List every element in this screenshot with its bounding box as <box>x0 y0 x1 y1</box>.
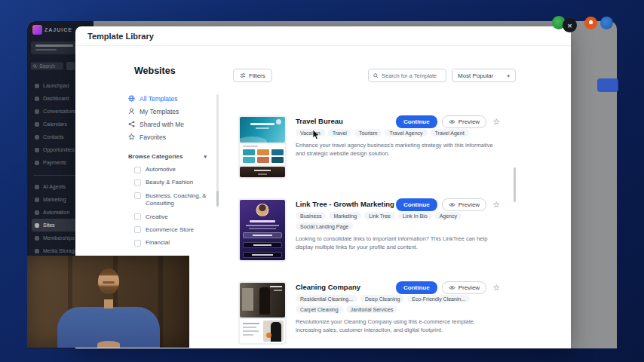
sidebar-item-label: Contacts <box>43 134 64 140</box>
modal-header: Template Library <box>75 26 571 46</box>
template-tags: VacationTravelTourismTravel AgencyTravel… <box>296 129 501 137</box>
template-card: Cleaning Company Residential Cleaning...… <box>238 281 501 345</box>
sidebar-item-icon <box>35 185 39 189</box>
search-icon <box>33 64 38 69</box>
sidebar-item-label: Dashboard <box>43 96 69 101</box>
preview-button[interactable]: Preview <box>442 115 486 128</box>
eye-icon <box>449 285 455 290</box>
browse-categories-label: Browse Categories <box>128 153 182 160</box>
template-nav-label: My Templates <box>140 108 179 115</box>
sidebar-item-icon <box>35 236 39 241</box>
filters-label: Filters <box>249 72 265 79</box>
category-checkbox-business-coaching-consulting[interactable]: Business, Coaching, & Consulting <box>134 192 216 208</box>
template-tag[interactable]: Social Landing Page <box>296 222 353 230</box>
modal-title: Template Library <box>87 32 154 41</box>
checkbox[interactable] <box>134 213 141 220</box>
template-description: Enhance your travel agency business's ma… <box>296 141 501 158</box>
sidebar-item-icon <box>35 198 39 202</box>
sidebar-item-icon <box>35 135 39 140</box>
template-tag[interactable]: Agency <box>435 212 462 219</box>
template-tag[interactable]: Tourism <box>354 129 382 137</box>
brand-logo: ZAJUICE <box>32 25 72 35</box>
browser-extension-icon-orange[interactable] <box>584 17 597 29</box>
category-checkbox-creative[interactable]: Creative <box>134 213 216 221</box>
filters-icon <box>240 72 246 78</box>
template-list-scrollbar[interactable] <box>514 167 516 202</box>
continue-button[interactable]: Continue <box>396 281 437 294</box>
template-nav-label: All Templates <box>140 95 177 103</box>
globe-icon <box>128 95 135 102</box>
template-thumbnail[interactable] <box>238 281 287 345</box>
category-label: Automotive <box>146 166 176 173</box>
template-tag[interactable]: Travel <box>328 129 351 137</box>
brand-name: ZAJUICE <box>44 27 72 32</box>
template-nav-shared-with-me[interactable]: Shared with Me <box>128 118 219 130</box>
favorite-star-icon[interactable]: ☆ <box>491 284 501 292</box>
sidebar-search-input[interactable]: Search <box>31 62 63 69</box>
category-checkbox-ecommerce-store[interactable]: Ecommerce Store <box>134 226 216 234</box>
continue-button[interactable]: Continue <box>396 115 437 128</box>
checkbox[interactable] <box>134 192 141 199</box>
brand-logo-icon <box>32 25 42 35</box>
sidebar-item-icon <box>35 148 39 152</box>
template-tag[interactable]: Residential Cleaning... <box>296 295 357 302</box>
template-tag[interactable]: Carpet Cleaning <box>296 305 343 313</box>
sidebar-item-label: Opportunities <box>43 147 75 152</box>
checkbox[interactable] <box>134 240 141 247</box>
template-nav-my-templates[interactable]: My Templates <box>128 105 219 118</box>
preview-button[interactable]: Preview <box>442 198 486 211</box>
favorite-star-icon[interactable]: ☆ <box>491 201 501 209</box>
template-tag[interactable]: Link In Bio <box>398 212 432 219</box>
checkbox[interactable] <box>134 167 141 173</box>
template-nav-label: Favorites <box>140 133 166 141</box>
category-checkbox-beauty-fashion[interactable]: Beauty & Fashion <box>134 179 216 186</box>
template-tag[interactable]: Janitorial Services <box>346 305 398 313</box>
sidebar-item-label: Calendars <box>43 121 67 127</box>
browser-extension-icon-blue[interactable] <box>600 17 613 29</box>
checkbox[interactable] <box>134 179 141 186</box>
template-nav-all-templates[interactable]: All Templates <box>128 92 219 105</box>
template-thumbnail[interactable] <box>238 115 287 179</box>
template-tag[interactable]: Link Tree <box>364 212 395 219</box>
mouse-cursor <box>312 129 320 143</box>
filters-button[interactable]: Filters <box>233 69 272 82</box>
favorite-star-icon[interactable]: ☆ <box>491 118 501 126</box>
template-tag[interactable]: Travel Agent <box>431 129 469 137</box>
checkbox[interactable] <box>134 226 141 233</box>
template-tag[interactable]: Business <box>296 212 326 219</box>
template-description: Looking to consolidate links to importan… <box>296 235 501 252</box>
template-tag[interactable]: Deep Cleaning <box>360 295 404 302</box>
chevron-down-icon: ▾ <box>204 154 207 159</box>
category-label: Beauty & Fashion <box>146 179 193 186</box>
search-icon <box>373 73 379 78</box>
sidebar-item-icon <box>35 84 39 88</box>
template-card-list: Travel Bureau VacationTravelTourismTrave… <box>238 115 501 362</box>
eye-icon <box>449 119 455 124</box>
template-card: Travel Bureau VacationTravelTourismTrave… <box>238 115 501 179</box>
sort-dropdown[interactable]: Most Popular ▾ <box>452 69 516 82</box>
sidebar-search-placeholder: Search <box>39 63 55 69</box>
template-nav-favorites[interactable]: Favorites <box>128 130 219 143</box>
sidebar-item-icon <box>35 223 39 228</box>
category-checkbox-automotive[interactable]: Automotive <box>134 166 216 173</box>
sidebar-item-label: Payments <box>43 160 66 165</box>
presenter-face <box>98 268 119 294</box>
continue-button[interactable]: Continue <box>396 198 437 211</box>
template-thumbnail[interactable] <box>238 198 287 262</box>
chevron-down-icon: ▾ <box>507 73 510 78</box>
template-tag[interactable]: Travel Agency <box>385 129 427 137</box>
sidebar-settings-button[interactable] <box>66 62 75 70</box>
sidebar-item-label: Automation <box>43 210 69 215</box>
template-description: Revolutionize your Cleaning Company usin… <box>296 318 501 335</box>
browse-categories-toggle[interactable]: Browse Categories ▾ <box>128 153 207 160</box>
new-button-fragment[interactable] <box>597 78 618 92</box>
template-card: Link Tree - Growth Marketing BusinessMar… <box>238 198 501 262</box>
category-label: Business, Coaching, & Consulting <box>146 192 216 208</box>
preview-button[interactable]: Preview <box>442 281 486 294</box>
template-search-input[interactable]: Search for a Template <box>368 69 446 82</box>
category-checkbox-financial[interactable]: Financial <box>134 239 216 247</box>
close-icon[interactable]: × <box>563 18 577 32</box>
categories-scrollbar[interactable] <box>216 94 219 207</box>
template-tag[interactable]: Eco-Friendly Cleanin... <box>407 295 470 302</box>
template-tag[interactable]: Marketing <box>329 212 361 219</box>
